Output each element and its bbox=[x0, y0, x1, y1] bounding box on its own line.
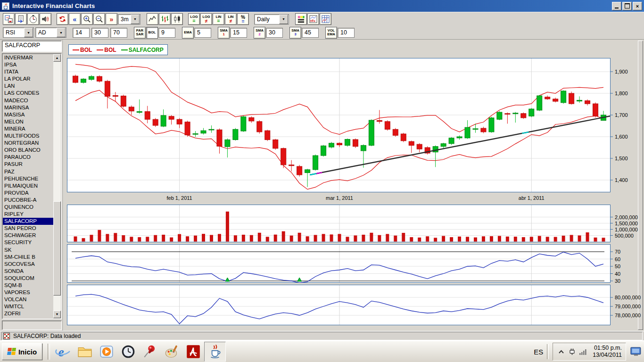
symbol-list-item[interactable]: MELON bbox=[3, 118, 53, 125]
percent-scale-icon[interactable]: %= bbox=[237, 13, 249, 25]
start-button[interactable]: Inicio bbox=[2, 343, 42, 360]
symbol-list-item[interactable]: SONDA bbox=[3, 268, 53, 275]
ohlc-chart-icon[interactable] bbox=[159, 13, 171, 25]
chevron-down-icon[interactable]: ▼ bbox=[279, 15, 288, 24]
vol-ema-period-input[interactable] bbox=[338, 28, 355, 38]
symbol-list-item[interactable]: ORO BLANCO bbox=[3, 147, 53, 154]
export-chart-icon[interactable] bbox=[3, 13, 15, 25]
indicator1-select[interactable]: RSI▼ bbox=[3, 27, 34, 38]
symbol-list-item[interactable]: LA POLAR bbox=[3, 75, 53, 82]
symbol-list-item[interactable]: IPSA bbox=[3, 61, 53, 68]
media-player-icon[interactable] bbox=[96, 342, 117, 362]
symbol-list-item[interactable]: ZOFRI bbox=[3, 310, 53, 317]
show-desktop-icon[interactable] bbox=[630, 346, 642, 357]
folder-icon[interactable] bbox=[74, 342, 96, 362]
ema-button[interactable]: EMA bbox=[182, 27, 194, 39]
refresh-icon[interactable] bbox=[57, 13, 68, 25]
volume-ema-button[interactable]: VOLEMA bbox=[325, 27, 337, 39]
symbol-list-item[interactable]: SALFACORP bbox=[3, 218, 53, 225]
symbol-list-item[interactable]: PILMAIQUEN bbox=[3, 182, 53, 189]
close-button[interactable]: × bbox=[633, 2, 642, 10]
symbol-list[interactable]: INVERMARIPSAITATALA POLARLANLAS CONDESMA… bbox=[3, 54, 53, 318]
maximize-button[interactable] bbox=[622, 2, 632, 10]
chevron-down-icon[interactable]: ▼ bbox=[57, 28, 66, 37]
symbol-list-item[interactable]: LAN bbox=[3, 82, 53, 90]
period-select[interactable]: Daily▼ bbox=[254, 14, 289, 25]
scroll-up-button[interactable]: ▲ bbox=[53, 54, 61, 62]
ema-period-input[interactable] bbox=[194, 28, 211, 38]
symbol-list-item[interactable]: MULTIFOODS bbox=[3, 132, 53, 140]
candlestick-chart-icon[interactable] bbox=[171, 13, 183, 25]
sma2-period-input[interactable] bbox=[266, 28, 283, 38]
signal-strength-icon[interactable] bbox=[578, 347, 587, 356]
sma1-period-input[interactable] bbox=[230, 28, 247, 38]
symbol-list-item[interactable]: RIPLEY bbox=[3, 211, 53, 218]
symbol-list-item[interactable]: PARAUCO bbox=[3, 154, 53, 161]
indicator2-select[interactable]: AD▼ bbox=[35, 27, 66, 38]
symbol-list-item[interactable]: WMTCL bbox=[3, 303, 53, 310]
chevron-down-icon[interactable]: ▼ bbox=[131, 15, 140, 24]
symbol-list-item[interactable]: SAN PEDRO bbox=[3, 225, 53, 232]
symbol-list-item[interactable]: PASUR bbox=[3, 161, 53, 168]
symbol-bottom-field[interactable] bbox=[2, 321, 62, 330]
scrollbar-thumb[interactable] bbox=[53, 201, 61, 296]
parabolic-sar-button[interactable]: PARSAR bbox=[134, 27, 146, 39]
symbol-list-item[interactable]: LAS CONDES bbox=[3, 90, 53, 97]
acrobat-icon[interactable] bbox=[182, 342, 204, 362]
power-plug-icon[interactable] bbox=[568, 347, 577, 356]
symbol-list-item[interactable]: MINERA bbox=[3, 125, 53, 132]
symbol-list-scrollbar[interactable]: ▲ ▼ bbox=[53, 54, 61, 318]
symbol-list-item[interactable]: VOLCAN bbox=[3, 296, 53, 303]
data-table-icon[interactable] bbox=[320, 13, 331, 25]
bollinger-button[interactable]: BOL bbox=[146, 27, 158, 39]
colors-icon[interactable] bbox=[295, 13, 307, 25]
chevron-up-icon[interactable] bbox=[557, 347, 566, 356]
symbol-list-item[interactable]: PROVIDA bbox=[3, 189, 53, 197]
symbol-list-item[interactable]: SCHWAGER bbox=[3, 232, 53, 239]
bollinger-period-input[interactable] bbox=[158, 28, 175, 38]
chevron-down-icon[interactable]: ▼ bbox=[24, 28, 33, 37]
symbol-list-item[interactable]: NORTEGRAN bbox=[3, 140, 53, 147]
symbol-list-item[interactable]: MARINSA bbox=[3, 104, 53, 111]
java-icon[interactable] bbox=[204, 342, 226, 362]
scroll-left-icon[interactable]: « bbox=[69, 13, 81, 25]
symbol-list-item[interactable]: SM-CHILE B bbox=[3, 254, 53, 261]
rsi-lower-input[interactable] bbox=[91, 28, 108, 38]
symbol-list-item[interactable]: VAPORES bbox=[3, 289, 53, 296]
symbol-list-item[interactable]: SECURITY bbox=[3, 239, 53, 246]
range-select[interactable]: 3m▼ bbox=[118, 14, 140, 25]
rsi-upper-input[interactable] bbox=[110, 28, 127, 38]
line-chart-icon[interactable] bbox=[147, 13, 158, 25]
symbol-list-item[interactable]: SQM-B bbox=[3, 282, 53, 289]
clock-icon[interactable] bbox=[117, 342, 139, 362]
symbol-list-item[interactable]: PAZ bbox=[3, 168, 53, 175]
sma2-button[interactable]: SMA2 bbox=[254, 27, 265, 39]
paint-palette-icon[interactable] bbox=[161, 342, 182, 362]
symbol-list-item[interactable]: SK bbox=[3, 247, 53, 254]
chart-settings-icon[interactable] bbox=[307, 13, 319, 25]
symbol-list-item[interactable]: ITATA bbox=[3, 68, 53, 75]
rsi-period-input[interactable] bbox=[73, 28, 90, 38]
symbol-field[interactable]: SALFACORP bbox=[2, 41, 62, 52]
symbol-list-item[interactable]: MASISA bbox=[3, 111, 53, 118]
symbol-list-item[interactable]: PUCOBRE-A bbox=[3, 197, 53, 204]
symbol-list-item[interactable]: QUINENCO bbox=[3, 204, 53, 211]
symbol-list-item[interactable]: PEHUENCHE bbox=[3, 175, 53, 182]
scroll-right-icon[interactable]: » bbox=[106, 13, 117, 25]
pushpin-icon[interactable] bbox=[139, 342, 161, 362]
minimize-button[interactable] bbox=[612, 2, 621, 10]
linear-scale-unequal-icon[interactable]: LIN≠ bbox=[225, 13, 237, 25]
log-scale-equal-icon[interactable]: LOG= bbox=[188, 13, 200, 25]
internet-explorer-icon[interactable]: e bbox=[52, 342, 74, 362]
symbol-list-item[interactable]: SOQUICOM bbox=[3, 275, 53, 282]
timer-icon[interactable] bbox=[27, 13, 39, 25]
sma3-period-input[interactable] bbox=[302, 28, 319, 38]
zoom-out-icon[interactable] bbox=[93, 13, 105, 25]
language-indicator[interactable]: ES bbox=[534, 348, 543, 356]
title-bar[interactable]: Interactive Financial Charts × bbox=[0, 0, 644, 12]
linear-scale-equal-icon[interactable]: LIN= bbox=[213, 13, 224, 25]
symbol-list-item[interactable]: MADECO bbox=[3, 97, 53, 104]
zoom-in-icon[interactable] bbox=[81, 13, 93, 25]
sma3-button[interactable]: SMA3 bbox=[289, 27, 301, 39]
log-scale-unequal-icon[interactable]: LOG≠ bbox=[200, 13, 212, 25]
